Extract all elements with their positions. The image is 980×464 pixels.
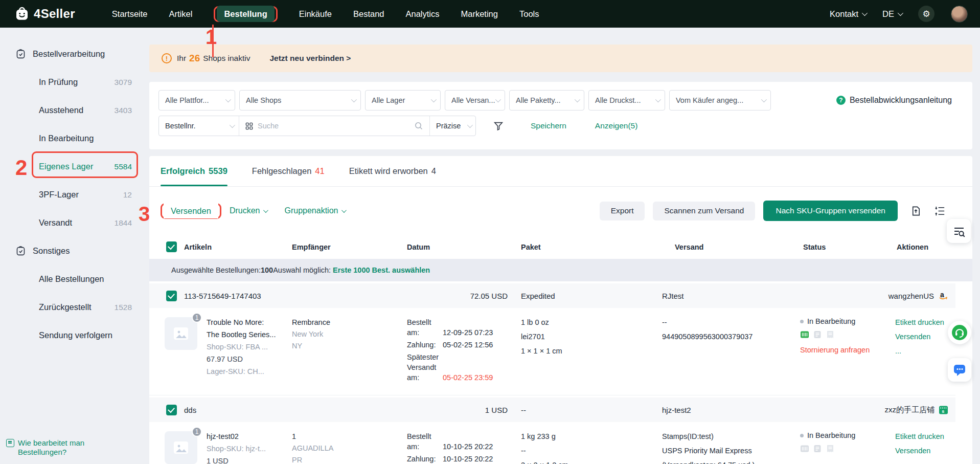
chevron-down-icon xyxy=(351,97,357,102)
kontakt-dropdown[interactable]: Kontakt xyxy=(830,9,866,19)
status-text: In Bearbeitung xyxy=(807,431,855,439)
packlist-icon xyxy=(813,330,822,341)
clipboard-check-icon xyxy=(15,246,26,256)
bulk-action-dropdown[interactable]: Gruppenaktion xyxy=(284,206,345,215)
nav-analytics[interactable]: Analytics xyxy=(406,9,440,19)
nav-artikel[interactable]: Artikel xyxy=(169,9,193,19)
app-logo[interactable]: 4Seller xyxy=(14,6,75,21)
nav-tools[interactable]: Tools xyxy=(519,9,539,19)
order-item[interactable]: 1 hjz-test02 Shop-SKU: hjz-t... 1 USD xyxy=(149,431,292,464)
show-columns-link[interactable]: Anzeigen(5) xyxy=(595,121,638,130)
search-input[interactable]: Suche xyxy=(239,116,430,136)
search-placeholder: Suche xyxy=(258,122,409,130)
status-dot xyxy=(800,320,804,323)
select-first-1000-link[interactable]: Erste 1000 Best. auswählen xyxy=(333,266,430,274)
tab-etikett[interactable]: Etikett wird erworben4 xyxy=(349,156,436,186)
inactive-shops-count: 26 xyxy=(189,53,200,64)
export-document-icon[interactable] xyxy=(910,205,922,217)
language-dropdown[interactable]: DE xyxy=(882,9,902,19)
filter-druckstatus-dropdown[interactable]: Alle Druckst... xyxy=(588,90,665,111)
versand-cell: -- 9449050899563000379037 xyxy=(662,317,800,385)
chevron-down-icon xyxy=(230,122,235,128)
sidebar-section-sonstiges[interactable]: Sonstiges xyxy=(0,237,149,265)
filter-versand-dropdown[interactable]: Alle Versan... xyxy=(445,90,505,111)
sidebar-item-versandt[interactable]: Versandt1844 xyxy=(0,209,149,237)
warning-icon: ! xyxy=(162,53,172,63)
count-badge: 3403 xyxy=(115,106,132,115)
reconnect-link[interactable]: Jetzt neu verbinden > xyxy=(269,54,351,63)
quantity-badge: 1 xyxy=(192,313,202,323)
more-actions-link[interactable]: ... xyxy=(895,460,955,464)
settings-button[interactable]: ⚙ xyxy=(918,6,935,22)
annotation-step-2: 2 xyxy=(15,156,27,180)
chevron-down-icon xyxy=(898,10,903,16)
col-datum: Datum xyxy=(407,243,521,251)
clipboard-check-icon xyxy=(15,49,26,59)
label-printed-icon xyxy=(800,330,809,341)
send-link[interactable]: Versenden xyxy=(895,332,955,342)
help-link[interactable]: Wie bearbeitet manBestellungen? xyxy=(6,438,84,457)
select-all-checkbox[interactable] xyxy=(166,241,177,252)
filter-lager-dropdown[interactable]: Alle Lager xyxy=(365,90,441,111)
product-title: The Bootleg Series... xyxy=(207,329,276,340)
chat-float-button[interactable] xyxy=(948,358,971,382)
order-checkbox[interactable] xyxy=(166,405,177,415)
svg-text:a: a xyxy=(940,291,944,299)
export-button[interactable]: Export xyxy=(600,202,645,220)
sidebar-item-zurueckgestellt[interactable]: Zurückgestellt1528 xyxy=(0,293,149,321)
column-settings-icon[interactable] xyxy=(934,205,946,217)
user-avatar[interactable] xyxy=(951,6,968,23)
order-checkbox[interactable] xyxy=(166,291,177,301)
filter-shops-dropdown[interactable]: Alle Shops xyxy=(239,90,361,111)
quantity-badge: 1 xyxy=(192,427,202,437)
save-filter-link[interactable]: Speichern xyxy=(531,121,566,130)
send-link[interactable]: Versenden xyxy=(895,446,955,456)
guide-doc-icon xyxy=(6,439,14,447)
sidebar-item-sendung-verfolgen[interactable]: Sendung verfolgern xyxy=(0,321,149,349)
chevron-down-icon xyxy=(225,97,231,102)
cancel-request-link[interactable]: Stornierung anfragen xyxy=(800,346,895,354)
nav-bestellung-active[interactable]: Bestellung xyxy=(217,6,274,22)
sidebar-item-ausstehend[interactable]: Ausstehend3403 xyxy=(0,96,149,124)
filter-kaeufer-dropdown[interactable]: Vom Käufer angeg... xyxy=(669,90,771,111)
tab-erfolgreich[interactable]: Erfolgreich5539 xyxy=(161,156,227,186)
search-field-dropdown[interactable]: Bestellnr. xyxy=(159,116,239,136)
nav-einkaeufe[interactable]: Einkäufe xyxy=(299,9,332,19)
order-id[interactable]: 113-5715649-1747403 xyxy=(184,292,407,300)
nav-startseite[interactable]: Startseite xyxy=(112,9,148,19)
filter-funnel-icon[interactable] xyxy=(493,120,504,131)
send-button[interactable]: Versenden xyxy=(164,203,218,218)
nav-marketing[interactable]: Marketing xyxy=(461,9,498,19)
sidebar-item-in-pruefung[interactable]: In Prüfung3079 xyxy=(0,68,149,96)
sidebar-item-alle-bestellungen[interactable]: Alle Bestellungen xyxy=(0,265,149,293)
filter-platform-dropdown[interactable]: Alle Plattfor... xyxy=(158,90,235,111)
batch-grid-icon xyxy=(245,122,253,130)
sidebar-item-3pf-lager[interactable]: 3PF-Lager12 xyxy=(0,181,149,209)
order-item[interactable]: 1 Trouble No More: The Bootleg Series...… xyxy=(149,317,292,385)
order-detail-row: 1 Trouble No More: The Bootleg Series...… xyxy=(149,308,955,395)
search-orders-float-button[interactable] xyxy=(947,219,971,243)
order-detail-row: 1 hjz-test02 Shop-SKU: hjz-t... 1 USD 1 … xyxy=(149,422,955,464)
list-search-icon xyxy=(952,225,966,238)
tab-fehlgeschlagen[interactable]: Fehlgeschlagen41 xyxy=(252,156,325,186)
print-dropdown[interactable]: Drucken xyxy=(230,206,267,215)
print-label-link[interactable]: Etikett drucken xyxy=(895,431,955,441)
match-mode-dropdown[interactable]: Präzise xyxy=(430,116,475,136)
guide-link[interactable]: ? Bestellabwicklungsanleitung xyxy=(836,96,952,105)
print-label-link[interactable]: Etikett drucken xyxy=(895,317,955,327)
count-badge: 1528 xyxy=(115,303,132,312)
packlist-icon xyxy=(813,444,822,455)
more-actions-link[interactable]: ... xyxy=(895,346,955,356)
sidebar-item-in-bearbeitung[interactable]: In Bearbeitung xyxy=(0,124,149,152)
scan-to-ship-button[interactable]: Scannen zum Versand xyxy=(653,202,755,220)
orders-panel: Erfolgreich5539 Fehlgeschlagen41 Etikett… xyxy=(149,156,972,464)
nav-bestand[interactable]: Bestand xyxy=(353,9,384,19)
chevron-down-icon xyxy=(655,97,661,102)
order-shipping-type: Expedited xyxy=(521,292,662,300)
send-by-sku-button[interactable]: Nach SKU-Gruppen versenden xyxy=(763,201,898,221)
filter-pakettyp-dropdown[interactable]: Alle Paketty... xyxy=(509,90,584,111)
chevron-down-icon xyxy=(862,10,868,16)
order-id[interactable]: dds xyxy=(184,406,407,414)
sidebar-section-bestellverarbeitung[interactable]: Bestellverarbeitung xyxy=(0,40,149,68)
support-float-button[interactable] xyxy=(948,321,971,344)
